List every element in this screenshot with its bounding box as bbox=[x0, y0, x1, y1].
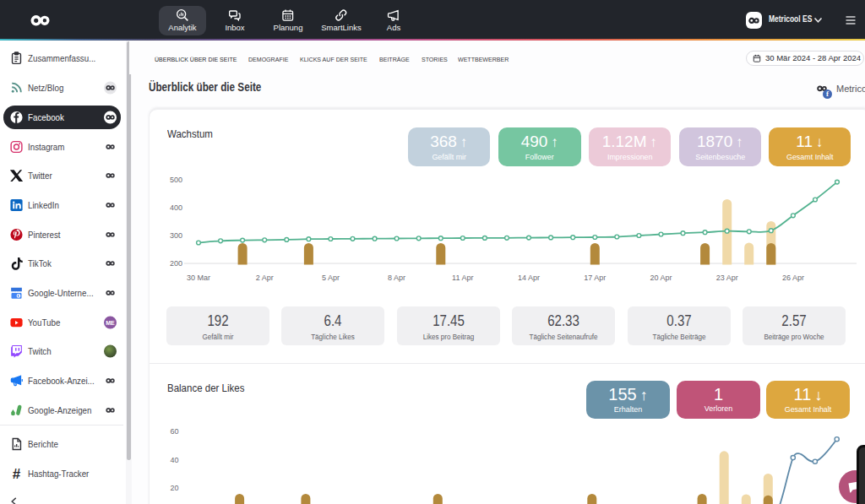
svg-text:200: 200 bbox=[170, 259, 182, 268]
svg-text:20 Apr: 20 Apr bbox=[650, 274, 672, 282]
svg-text:60: 60 bbox=[170, 427, 178, 436]
svg-text:8 Apr: 8 Apr bbox=[388, 274, 405, 282]
svg-text:14 Apr: 14 Apr bbox=[518, 274, 540, 282]
svg-text:2 Apr: 2 Apr bbox=[256, 274, 274, 282]
svg-text:40: 40 bbox=[170, 456, 178, 464]
svg-text:23 Apr: 23 Apr bbox=[716, 274, 738, 282]
svg-text:500: 500 bbox=[170, 176, 182, 184]
svg-text:11 Apr: 11 Apr bbox=[452, 274, 473, 282]
svg-text:20: 20 bbox=[170, 484, 178, 492]
svg-text:400: 400 bbox=[170, 203, 182, 212]
svg-text:17 Apr: 17 Apr bbox=[584, 274, 606, 282]
svg-text:300: 300 bbox=[170, 231, 182, 240]
svg-text:5 Apr: 5 Apr bbox=[322, 274, 340, 282]
svg-text:30 Mar: 30 Mar bbox=[187, 274, 210, 282]
svg-text:26 Apr: 26 Apr bbox=[782, 274, 804, 282]
